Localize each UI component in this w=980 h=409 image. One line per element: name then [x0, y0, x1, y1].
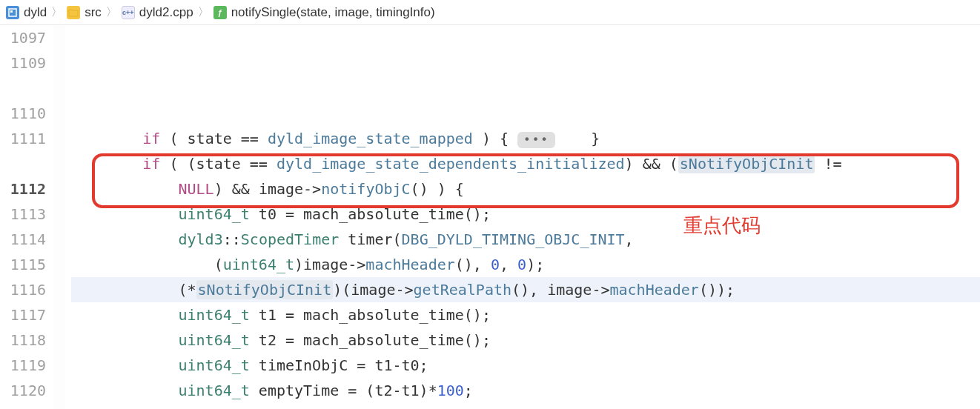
code-token: 100 — [437, 382, 464, 399]
svg-rect-1 — [10, 10, 13, 13]
line-number[interactable]: 1119 — [0, 353, 46, 378]
code-line[interactable]: uint64_t emptyTime = (t2-t1)*100; — [71, 378, 980, 403]
cpp-file-icon: c++ — [122, 6, 135, 19]
code-token: dyld_image_state_mapped — [268, 130, 473, 147]
code-token: uint64_t — [179, 306, 250, 324]
code-line[interactable]: NULL) && image->notifyObjC() ) { — [71, 176, 980, 202]
code-token — [71, 205, 179, 223]
code-token: (* — [71, 281, 196, 299]
code-token — [71, 230, 179, 248]
code-token: uint64_t — [179, 205, 250, 223]
code-token: (), — [455, 256, 491, 273]
code-line[interactable]: uint64_t t0 = mach_absolute_time(); — [71, 202, 980, 227]
code-token: ( state == — [160, 130, 268, 147]
chevron-right-icon: 〉 — [106, 5, 117, 19]
code-token: , — [625, 230, 634, 248]
code-token: (), image-> — [511, 281, 609, 299]
line-number[interactable]: 1097 — [0, 25, 46, 50]
code-token: sNotifyObjCInit — [678, 154, 815, 173]
breadcrumb-file[interactable]: dyld2.cpp — [139, 5, 193, 20]
code-line[interactable]: uint64_t t2 = mach_absolute_time(); — [71, 327, 980, 353]
code-line[interactable]: (*sNotifyObjCInit)(image->getRealPath(),… — [71, 277, 980, 302]
breadcrumb-function[interactable]: notifySingle(state, image, timingInfo) — [231, 5, 435, 20]
folder-icon — [67, 6, 80, 19]
code-token — [71, 155, 142, 173]
code-token: uint64_t — [223, 256, 294, 273]
code-token: ScopedTimer — [241, 230, 339, 248]
code-token: mach_absolute_time — [303, 205, 464, 223]
code-token: ) { — [473, 130, 517, 147]
code-line[interactable]: (uint64_t)image->machHeader(), 0, 0); — [71, 252, 980, 277]
code-token: emptyTime = (t2-t1)* — [250, 382, 437, 399]
code-token: machHeader — [609, 281, 698, 299]
code-token: getRealPath — [414, 281, 511, 299]
code-token: ); — [526, 256, 544, 273]
code-token: != — [815, 155, 841, 173]
breadcrumb-folder[interactable]: src — [85, 5, 102, 20]
chevron-right-icon: 〉 — [198, 5, 209, 19]
breadcrumb[interactable]: dyld 〉 src 〉 c++ dyld2.cpp 〉 ƒ notifySin… — [0, 0, 980, 25]
code-token: if — [142, 155, 160, 173]
code-token: (); — [464, 205, 491, 223]
code-token — [71, 382, 179, 399]
code-token: machHeader — [365, 256, 454, 273]
line-number[interactable] — [0, 76, 46, 101]
code-token: mach_absolute_time — [303, 331, 464, 349]
code-line[interactable]: if ( (timeInObjC > emptyTime) && (timing… — [71, 403, 980, 409]
code-token: timeInObjC = t1-t0; — [250, 356, 428, 374]
line-number[interactable] — [0, 151, 46, 176]
line-number[interactable]: 1112 — [0, 176, 46, 202]
function-icon: ƒ — [213, 6, 227, 19]
code-line[interactable]: uint64_t timeInObjC = t1-t0; — [71, 353, 980, 378]
code-token: ) && ( — [625, 155, 678, 173]
line-number[interactable]: 1110 — [0, 101, 46, 126]
code-token: :: — [223, 230, 241, 248]
code-token — [71, 306, 179, 324]
code-line[interactable]: if ( (state == dyld_image_state_dependen… — [71, 151, 980, 176]
code-token — [71, 331, 179, 349]
code-token: t2 = — [250, 331, 303, 349]
code-token: } — [555, 130, 600, 147]
code-token: (); — [464, 306, 491, 324]
code-token: t1 = — [250, 306, 303, 324]
line-number[interactable]: 1117 — [0, 302, 46, 327]
code-token: ) && image-> — [214, 180, 322, 198]
fold-column[interactable] — [53, 25, 65, 409]
code-token: () ) { — [411, 180, 464, 198]
line-number[interactable]: 1118 — [0, 327, 46, 353]
code-token: 0 — [491, 256, 500, 273]
code-token: )image-> — [294, 256, 365, 273]
code-token: uint64_t — [179, 356, 250, 374]
code-line[interactable]: uint64_t t1 = mach_absolute_time(); — [71, 302, 980, 327]
code-token: 0 — [517, 256, 526, 273]
line-number[interactable]: 1111 — [0, 126, 46, 151]
code-token: ; — [464, 382, 473, 399]
line-number[interactable]: 1115 — [0, 252, 46, 277]
breadcrumb-project[interactable]: dyld — [24, 5, 47, 20]
chevron-right-icon: 〉 — [51, 5, 62, 19]
code-line[interactable]: dyld3::ScopedTimer timer(DBG_DYLD_TIMING… — [71, 227, 980, 252]
code-token: ( — [71, 256, 223, 273]
line-number[interactable]: 1120 — [0, 378, 46, 403]
project-icon — [6, 6, 19, 19]
code-token: (); — [464, 331, 491, 349]
line-number[interactable]: 1114 — [0, 227, 46, 252]
code-editor[interactable]: 1097110911101111111211131114111511161117… — [0, 25, 980, 409]
fold-marker[interactable]: ••• — [517, 132, 555, 148]
code-token — [71, 130, 142, 147]
code-token: dyld3 — [179, 230, 223, 248]
code-token: notifyObjC — [321, 180, 410, 198]
line-number[interactable]: 1116 — [0, 277, 46, 302]
line-number[interactable]: 1113 — [0, 202, 46, 227]
code-token — [71, 180, 179, 198]
line-number-gutter[interactable]: 1097110911101111111211131114111511161117… — [0, 25, 53, 409]
code-token: t0 = — [250, 205, 303, 223]
code-token: ()); — [699, 281, 735, 299]
code-token: timer( — [339, 230, 401, 248]
code-area[interactable]: 重点代码 if ( state == dyld_image_state_mapp… — [65, 25, 980, 409]
line-number[interactable]: 1109 — [0, 50, 46, 76]
code-token: NULL — [179, 180, 214, 198]
code-line[interactable]: if ( state == dyld_image_state_mapped ) … — [71, 126, 980, 151]
code-token: DBG_DYLD_TIMING_OBJC_INIT — [402, 230, 625, 248]
code-token: dyld_image_state_dependents_initialized — [277, 155, 625, 173]
